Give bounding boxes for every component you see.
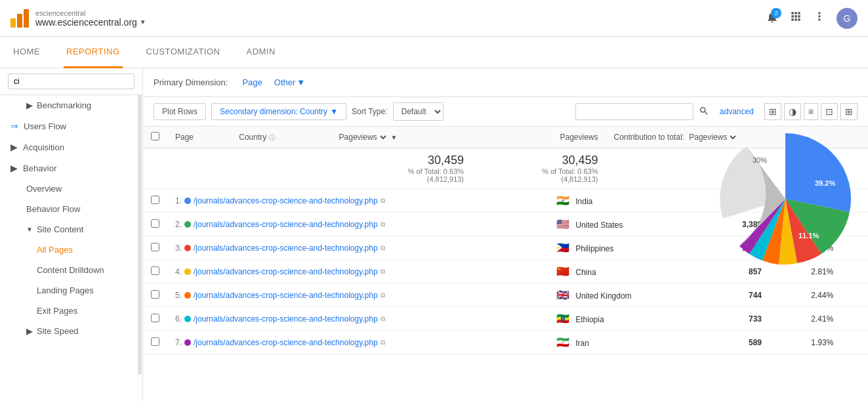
more-options-button[interactable] bbox=[813, 10, 826, 26]
table-view-button[interactable]: ⊞ bbox=[840, 103, 858, 120]
external-link-icon: ⧉ bbox=[381, 315, 385, 323]
arrow-icon: ▶ bbox=[26, 100, 33, 110]
secondary-dim-button[interactable]: Secondary dimension: Country ▼ bbox=[211, 103, 346, 120]
row-page-link[interactable]: /journals/advances-crop-science-and-tech… bbox=[194, 314, 378, 324]
row-page-link[interactable]: /journals/advances-crop-science-and-tech… bbox=[194, 243, 378, 253]
pie-chart: 39.2% 11.1% 30% bbox=[713, 127, 858, 271]
top-bar: esciencecentral www.esciencecentral.org … bbox=[0, 0, 868, 37]
notification-button[interactable]: 2 bbox=[766, 11, 779, 26]
sidebar-search-input[interactable] bbox=[8, 74, 134, 89]
page-dim-button[interactable]: Page bbox=[238, 76, 266, 89]
nav-reporting[interactable]: REPORTING bbox=[64, 37, 123, 68]
row-num: 7. bbox=[175, 338, 182, 347]
row-num: 3. bbox=[175, 243, 182, 253]
pie-label-usa: 11.1% bbox=[798, 232, 819, 240]
grid-view-button[interactable]: ⊞ bbox=[764, 103, 781, 120]
pageviews-col-header: Pageviews bbox=[472, 127, 606, 148]
list-view-button[interactable]: ≡ bbox=[804, 103, 818, 120]
content-area: Primary Dimension: Page Other ▼ Plot Row… bbox=[143, 68, 868, 401]
site-url[interactable]: www.esciencecentral.org ▼ bbox=[35, 17, 146, 28]
table-wrapper: 39.2% 11.1% 30% Page Country ⓘ bbox=[143, 127, 868, 354]
row-pageviews: 2.41% bbox=[770, 307, 841, 331]
action-bar: Plot Rows Secondary dimension: Country ▼… bbox=[143, 97, 868, 127]
select-all-checkbox[interactable] bbox=[151, 132, 159, 140]
row-flag: 🇬🇧 bbox=[556, 289, 569, 301]
pie-label-india: 39.2% bbox=[815, 179, 835, 187]
other-dim-button[interactable]: Other ▼ bbox=[272, 76, 308, 89]
external-link-icon: ⧉ bbox=[381, 221, 385, 228]
summary-contribution-val: 30,459 bbox=[480, 154, 598, 167]
view-icons: ⊞ ◑ ≡ ⊡ ⊞ bbox=[764, 103, 858, 120]
row-page-link[interactable]: /journals/advances-crop-science-and-tech… bbox=[194, 291, 378, 300]
sidebar-item-landing-pages[interactable]: Landing Pages bbox=[0, 280, 142, 301]
external-link-icon: ⧉ bbox=[381, 268, 385, 276]
user-avatar[interactable]: G bbox=[837, 8, 858, 29]
row-checkbox-1[interactable] bbox=[151, 219, 159, 228]
pageviews-metric-select[interactable]: Pageviews bbox=[337, 132, 388, 142]
row-page-link[interactable]: /journals/advances-crop-science-and-tech… bbox=[194, 338, 378, 347]
summary-pageviews-total: (4,812,913) bbox=[337, 175, 464, 183]
sidebar-item-behavior[interactable]: ▶ Behavior bbox=[0, 158, 142, 179]
row-country: India bbox=[575, 197, 592, 206]
external-link-icon: ⧉ bbox=[381, 291, 385, 299]
row-page-link[interactable]: /journals/advances-crop-science-and-tech… bbox=[194, 196, 378, 205]
row-country: Ethiopia bbox=[575, 315, 604, 324]
sort-type-select[interactable]: Default bbox=[393, 102, 444, 121]
pie-view-button[interactable]: ◑ bbox=[784, 103, 801, 120]
row-country: United States bbox=[575, 221, 623, 230]
row-checkbox-2[interactable] bbox=[151, 243, 159, 251]
sidebar-item-exit-pages[interactable]: Exit Pages bbox=[0, 301, 142, 321]
sidebar-search-area bbox=[0, 68, 142, 95]
custom-view-button[interactable]: ⊡ bbox=[821, 103, 838, 120]
sidebar-item-overview[interactable]: Overview bbox=[0, 179, 142, 199]
sidebar-item-benchmarking[interactable]: ▶ Benchmarking bbox=[0, 95, 142, 116]
nav-admin[interactable]: ADMIN bbox=[243, 37, 278, 68]
sort-desc-icon[interactable]: ▼ bbox=[391, 134, 398, 141]
secondary-dim-arrow: ▼ bbox=[330, 107, 338, 116]
notification-badge: 2 bbox=[771, 8, 781, 18]
sidebar-item-content-drilldown[interactable]: Content Drilldown bbox=[0, 260, 142, 280]
table-search-input[interactable] bbox=[575, 103, 693, 120]
row-page-link[interactable]: /journals/advances-crop-science-and-tech… bbox=[194, 267, 378, 276]
row-num: 6. bbox=[175, 314, 182, 324]
nav-home[interactable]: HOME bbox=[10, 37, 43, 68]
row-checkbox-6[interactable] bbox=[151, 337, 159, 346]
pageviews-sort-header[interactable]: Pageviews ▼ bbox=[329, 127, 472, 148]
row-flag: 🇵🇭 bbox=[556, 242, 569, 253]
row-checkbox-3[interactable] bbox=[151, 266, 159, 275]
row-num: 1. bbox=[175, 196, 182, 205]
primary-dim-toolbar: Primary Dimension: Page Other ▼ bbox=[143, 68, 868, 97]
row-color-dot bbox=[184, 221, 191, 228]
pie-chart-wrapper: 39.2% 11.1% 30% bbox=[713, 127, 858, 273]
sidebar-scrollbar[interactable] bbox=[138, 95, 142, 375]
row-country: Iran bbox=[575, 339, 589, 348]
row-flag: 🇮🇳 bbox=[556, 195, 569, 206]
apps-button[interactable] bbox=[789, 10, 802, 26]
plot-rows-button[interactable]: Plot Rows bbox=[154, 103, 206, 120]
row-pageviews-sort: 589 bbox=[702, 331, 770, 354]
acquisition-icon: ▶ bbox=[10, 142, 18, 152]
table-search-button[interactable] bbox=[699, 106, 709, 118]
top-icons: 2 G bbox=[766, 8, 858, 29]
row-page-link[interactable]: /journals/advances-crop-science-and-tech… bbox=[194, 220, 378, 229]
flow-icon: ⇒ bbox=[10, 121, 18, 131]
table-row: 6. /journals/advances-crop-science-and-t… bbox=[143, 307, 868, 331]
row-checkbox-5[interactable] bbox=[151, 314, 159, 322]
sidebar-item-acquisition[interactable]: ▶ Acquisition bbox=[0, 137, 142, 158]
sidebar-item-site-speed[interactable]: ▶ Site Speed bbox=[0, 321, 142, 341]
row-color-dot bbox=[184, 268, 191, 275]
row-checkbox-0[interactable] bbox=[151, 196, 159, 204]
sidebar-item-site-content[interactable]: ▼ Site Content bbox=[0, 219, 142, 240]
row-flag: 🇨🇳 bbox=[556, 266, 569, 277]
advanced-link[interactable]: advanced bbox=[720, 107, 754, 116]
summary-pageviews-pct: % of Total: 0.63% bbox=[337, 167, 464, 175]
row-checkbox-4[interactable] bbox=[151, 290, 159, 299]
row-color-dot bbox=[184, 316, 191, 322]
sidebar-item-behavior-flow[interactable]: Behavior Flow bbox=[0, 199, 142, 219]
row-flag: 🇺🇸 bbox=[556, 219, 569, 230]
nav-customization[interactable]: CUSTOMIZATION bbox=[144, 37, 223, 68]
sidebar-item-all-pages[interactable]: All Pages bbox=[0, 240, 142, 260]
sidebar-item-users-flow[interactable]: ⇒ Users Flow bbox=[0, 116, 142, 137]
row-country: United Kingdom bbox=[575, 291, 631, 301]
logo-area: esciencecentral www.esciencecentral.org … bbox=[10, 9, 766, 28]
